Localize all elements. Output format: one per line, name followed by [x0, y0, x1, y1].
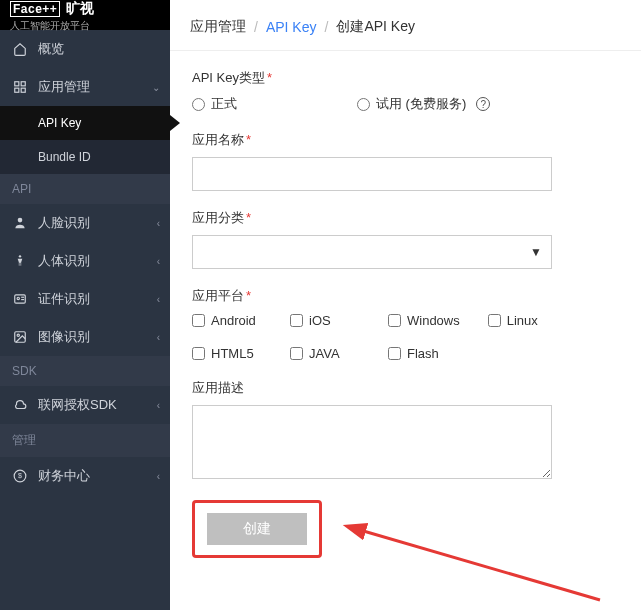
sidebar-item-overview[interactable]: 概览 — [0, 30, 170, 68]
sidebar-item-label: 人脸识别 — [38, 214, 90, 232]
radio-formal[interactable]: 正式 — [192, 95, 237, 113]
sidebar: Face++ 旷视 人工智能开放平台 概览 应用管理 ⌄ API Key Bun… — [0, 0, 170, 610]
sidebar-item-label: 证件识别 — [38, 290, 90, 308]
sidebar-item-apikey[interactable]: API Key — [0, 106, 170, 140]
checkbox-flash[interactable]: Flash — [388, 346, 458, 361]
sidebar-section-sdk: SDK — [0, 356, 170, 386]
breadcrumb-appmgmt[interactable]: 应用管理 — [190, 18, 246, 36]
sidebar-item-sdk[interactable]: 联网授权SDK ‹ — [0, 386, 170, 424]
svg-rect-2 — [15, 88, 19, 92]
sidebar-item-label: 应用管理 — [38, 78, 90, 96]
sidebar-item-cert[interactable]: 证件识别 ‹ — [0, 280, 170, 318]
svg-rect-3 — [21, 88, 25, 92]
sidebar-item-finance[interactable]: $ 财务中心 ‹ — [0, 457, 170, 495]
breadcrumb-create: 创建API Key — [336, 18, 415, 36]
create-button[interactable]: 创建 — [207, 513, 307, 545]
svg-point-7 — [17, 297, 19, 299]
checkbox-linux[interactable]: Linux — [488, 313, 558, 328]
sidebar-item-label: 概览 — [38, 40, 64, 58]
sidebar-section-mgmt: 管理 — [0, 424, 170, 457]
svg-point-5 — [19, 255, 21, 257]
chevron-left-icon: ‹ — [157, 256, 160, 267]
checkbox-java[interactable]: JAVA — [290, 346, 360, 361]
annotation-highlight-box: 创建 — [192, 500, 322, 558]
radio-formal-input[interactable] — [192, 98, 205, 111]
checkbox-android[interactable]: Android — [192, 313, 262, 328]
checkbox-windows[interactable]: Windows — [388, 313, 460, 328]
breadcrumb-sep: / — [324, 19, 328, 35]
dollar-icon: $ — [12, 468, 28, 484]
chevron-left-icon: ‹ — [157, 294, 160, 305]
sidebar-submenu-appmgmt: API Key Bundle ID — [0, 106, 170, 174]
checkbox-html5[interactable]: HTML5 — [192, 346, 262, 361]
sidebar-item-image[interactable]: 图像识别 ‹ — [0, 318, 170, 356]
type-label: API Key类型* — [192, 69, 619, 87]
desc-textarea[interactable] — [192, 405, 552, 479]
image-icon — [12, 329, 28, 345]
radio-label: 试用 (免费服务) — [376, 95, 466, 113]
main-content: 应用管理 / API Key / 创建API Key API Key类型* 正式… — [170, 0, 641, 610]
category-select[interactable] — [192, 235, 552, 269]
home-icon — [12, 41, 28, 57]
chevron-left-icon: ‹ — [157, 332, 160, 343]
appname-label: 应用名称* — [192, 131, 619, 149]
cloud-icon — [12, 397, 28, 413]
svg-rect-0 — [15, 82, 19, 86]
sidebar-item-bundleid[interactable]: Bundle ID — [0, 140, 170, 174]
brand: Face++ 旷视 人工智能开放平台 — [0, 0, 170, 30]
checkbox-ios[interactable]: iOS — [290, 313, 360, 328]
sidebar-item-label: API Key — [38, 116, 81, 130]
chevron-down-icon: ⌄ — [152, 82, 160, 93]
brand-name: Face++ — [10, 1, 60, 17]
chevron-left-icon: ‹ — [157, 400, 160, 411]
platform-label: 应用平台* — [192, 287, 619, 305]
body-icon — [12, 253, 28, 269]
sidebar-item-label: 图像识别 — [38, 328, 90, 346]
apps-icon — [12, 79, 28, 95]
id-card-icon — [12, 291, 28, 307]
radio-trial[interactable]: 试用 (免费服务) ? — [357, 95, 490, 113]
category-label: 应用分类* — [192, 209, 619, 227]
help-icon[interactable]: ? — [476, 97, 490, 111]
sidebar-item-face[interactable]: 人脸识别 ‹ — [0, 204, 170, 242]
radio-trial-input[interactable] — [357, 98, 370, 111]
desc-label: 应用描述 — [192, 379, 619, 397]
sidebar-item-body[interactable]: 人体识别 ‹ — [0, 242, 170, 280]
chevron-left-icon: ‹ — [157, 218, 160, 229]
svg-point-11 — [17, 334, 19, 336]
svg-point-4 — [18, 218, 23, 223]
sidebar-item-label: 人体识别 — [38, 252, 90, 270]
sidebar-item-appmgmt[interactable]: 应用管理 ⌄ — [0, 68, 170, 106]
breadcrumb: 应用管理 / API Key / 创建API Key — [170, 0, 641, 51]
breadcrumb-apikey[interactable]: API Key — [266, 19, 317, 35]
appname-input[interactable] — [192, 157, 552, 191]
sidebar-item-label: 财务中心 — [38, 467, 90, 485]
sidebar-item-label: Bundle ID — [38, 150, 91, 164]
svg-rect-1 — [21, 82, 25, 86]
brand-megvii: 旷视 — [66, 0, 94, 18]
sidebar-item-label: 联网授权SDK — [38, 396, 117, 414]
create-apikey-form: API Key类型* 正式 试用 (免费服务) ? 应用名称* — [170, 51, 641, 594]
person-icon — [12, 215, 28, 231]
chevron-left-icon: ‹ — [157, 471, 160, 482]
radio-label: 正式 — [211, 95, 237, 113]
sidebar-section-api: API — [0, 174, 170, 204]
breadcrumb-sep: / — [254, 19, 258, 35]
svg-text:$: $ — [18, 472, 22, 479]
